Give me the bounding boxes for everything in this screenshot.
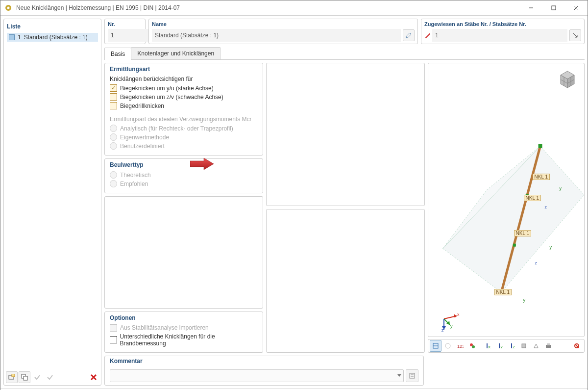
kommentar-title: Kommentar	[110, 358, 418, 364]
new-item-button[interactable]	[6, 371, 18, 383]
view-btn-2[interactable]	[442, 340, 454, 352]
chk-biegeknicken-yu[interactable]: Biegeknicken um y/u (starke Achse)	[110, 84, 258, 92]
checkbox-icon	[110, 324, 117, 332]
list-toolbar	[6, 369, 99, 383]
chk-biegeknicken-zv[interactable]: Biegeknicken um z/v (schwache Achse)	[110, 93, 258, 101]
chk-biegedrill[interactable]: Biegedrillknicken	[110, 102, 258, 109]
opt-benutzer: Benutzerdefiniert	[110, 142, 258, 150]
svg-text:y: y	[450, 324, 453, 329]
close-button[interactable]	[565, 0, 588, 15]
svg-rect-7	[12, 374, 15, 377]
delete-item-button[interactable]	[88, 372, 99, 383]
mcr-sub: Ermittlungsart des idealen Verzweigungsm…	[110, 116, 258, 123]
radio-icon	[110, 171, 117, 179]
check-button-1[interactable]	[31, 371, 43, 383]
svg-text:X: X	[488, 345, 490, 349]
nr-field-box: Nr.	[104, 19, 146, 44]
opt-eigenwert: Eigenwertmethode	[110, 133, 258, 141]
view-btn-print[interactable]	[542, 340, 554, 352]
beulwert-group: Beulwerttyp Theoretisch Empfohlen	[104, 158, 263, 193]
member-icon	[424, 32, 430, 38]
axis-z-label: z	[535, 260, 538, 265]
axis-gizmo: x y z	[433, 305, 460, 332]
viewer-label-nkl: NKL 1	[494, 289, 512, 295]
viewer-label-nkl: NKL 1	[524, 195, 541, 201]
checkbox-icon	[110, 102, 117, 109]
axis-y-label: y	[523, 298, 526, 303]
empty-right-2	[266, 209, 425, 352]
name-field-box: Name	[148, 19, 418, 44]
checkbox-icon	[110, 84, 117, 92]
opt-theoretisch: Theoretisch	[110, 171, 258, 179]
ermittlungsart-title: Ermittlungsart	[110, 66, 258, 73]
app-icon	[4, 4, 12, 12]
svg-rect-24	[539, 144, 542, 148]
copy-item-button[interactable]	[19, 371, 30, 383]
view-btn-iso[interactable]	[518, 340, 530, 352]
list-panel: Liste 1 Standard (Stabsätze : 1)	[3, 19, 101, 386]
edit-name-button[interactable]	[403, 29, 415, 41]
nav-cube-icon[interactable]	[556, 68, 579, 92]
svg-rect-3	[552, 6, 556, 10]
beulwert-title: Beulwerttyp	[110, 161, 258, 168]
svg-rect-9	[24, 376, 27, 380]
view-btn-perspective[interactable]	[530, 340, 542, 352]
assigned-field-box: Zugewiesen an Stäbe Nr. / Stabsätze Nr.	[421, 19, 585, 44]
maximize-button[interactable]	[542, 0, 565, 15]
knicklaengen-sub: Knicklängen berücksichtigen für	[110, 76, 258, 82]
axis-y-label: y	[550, 245, 552, 250]
empty-group	[104, 196, 263, 309]
tabstrip: Basis Knotenlager und Knicklängen	[104, 47, 585, 60]
ermittlungsart-group: Ermittlungsart Knicklängen berücksichtig…	[104, 63, 263, 156]
svg-point-39	[445, 343, 450, 348]
view-btn-1[interactable]	[430, 340, 441, 352]
list-item-text: Standard (Stabsätze : 1)	[24, 34, 88, 41]
nr-label: Nr.	[108, 21, 142, 27]
viewer-3d[interactable]: NKL 1 NKL 1 NKL 1 NKL 1 y z y z y	[428, 63, 585, 337]
axis-y-label: y	[560, 186, 562, 191]
svg-rect-55	[410, 373, 415, 378]
list-item[interactable]: 1 Standard (Stabsätze : 1)	[7, 33, 98, 42]
svg-line-12	[425, 33, 430, 38]
bottom-bar: 0,00 A OK Abbrechen Anwenden	[0, 389, 588, 390]
tab-basis[interactable]: Basis	[104, 48, 131, 60]
center-panel: Nr. Name Zugewiesen an Stäbe Nr. / Stabs…	[104, 19, 585, 386]
view-btn-numbering[interactable]: 123	[454, 340, 466, 352]
opt-analytisch: Analytisch (für Rechteck- oder Trapezpro…	[110, 125, 258, 132]
minimize-button[interactable]	[520, 0, 542, 15]
view-btn-colors[interactable]	[466, 340, 478, 352]
kommentar-edit-button[interactable]	[406, 369, 418, 382]
view-btn-x[interactable]: X	[481, 340, 493, 352]
chk-brandbemessung[interactable]: Unterschiedliche Knicklängen für die Bra…	[110, 333, 258, 347]
assigned-input[interactable]	[432, 29, 567, 42]
check-button-2[interactable]	[44, 371, 56, 383]
svg-marker-50	[534, 344, 538, 348]
svg-point-42	[472, 345, 475, 348]
name-input[interactable]	[152, 29, 401, 42]
viewer-label-nkl: NKL 1	[533, 174, 550, 180]
svg-text:Z: Z	[513, 345, 515, 349]
view-btn-z[interactable]: Z	[506, 340, 517, 352]
svg-rect-49	[522, 344, 526, 348]
checkbox-icon	[110, 93, 117, 101]
window-title: Neue Knicklängen | Holzbemessung | EN 19…	[16, 4, 520, 11]
pick-members-button[interactable]	[569, 29, 581, 41]
svg-rect-52	[547, 343, 550, 345]
view-btn-y[interactable]: Y	[493, 340, 505, 352]
radio-icon	[110, 142, 117, 150]
svg-text:Y: Y	[500, 345, 503, 349]
svg-text:z: z	[441, 328, 444, 332]
list-tree[interactable]: 1 Standard (Stabsätze : 1)	[6, 32, 99, 369]
viewer-label-nkl: NKL 1	[514, 230, 531, 236]
model-render	[428, 63, 584, 337]
chk-stabilitaet: Aus Stabilitätsanalyse importieren	[110, 324, 258, 332]
optionen-title: Optionen	[110, 314, 258, 321]
list-item-icon	[9, 34, 15, 40]
assigned-label: Zugewiesen an Stäbe Nr. / Stabsätze Nr.	[424, 21, 581, 27]
view-btn-reset[interactable]	[571, 340, 583, 352]
titlebar: Neue Knicklängen | Holzbemessung | EN 19…	[0, 0, 588, 16]
kommentar-combo[interactable]	[110, 369, 404, 382]
kommentar-group: Kommentar	[104, 356, 424, 386]
empty-right-1	[266, 63, 425, 206]
tab-knotenlager[interactable]: Knotenlager und Knicklängen	[131, 47, 220, 59]
